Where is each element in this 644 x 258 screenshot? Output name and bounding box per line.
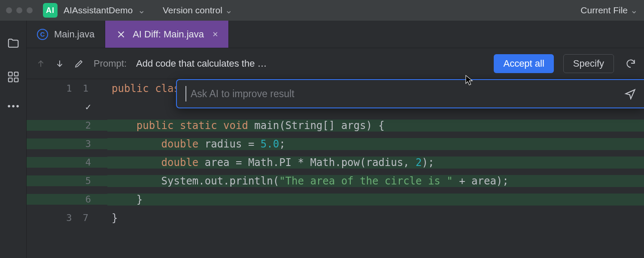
ai-improve-input[interactable] — [186, 88, 624, 100]
project-name-label: AIAssistantDemo — [64, 5, 133, 15]
editor-column: C Main.java AI Diff: Main.java × Pr — [27, 21, 644, 258]
chevron-down-icon: ⌄ — [630, 5, 638, 15]
ai-badge-icon: AI — [43, 3, 58, 18]
code-line[interactable]: 3 7 } — [27, 209, 644, 227]
prompt-text: Add code that calculates the … — [136, 58, 267, 69]
vcs-menu[interactable]: Version control ⌄ — [163, 5, 233, 15]
titlebar: AI AIAssistantDemo ⌄ Version control ⌄ C… — [0, 0, 644, 21]
project-dropdown[interactable]: AIAssistantDemo ⌄ — [64, 5, 146, 15]
tab-label: AI Diff: Main.java — [133, 29, 204, 40]
left-tool-rail — [0, 21, 27, 258]
regenerate-icon[interactable] — [625, 58, 636, 69]
tab-label: Main.java — [54, 29, 94, 40]
svg-rect-1 — [14, 72, 18, 76]
more-tool-icon[interactable] — [7, 104, 20, 108]
structure-tool-icon[interactable] — [7, 71, 20, 83]
gutter-line-number: 1 1 — [27, 83, 107, 94]
vcs-menu-label: Version control — [163, 5, 222, 15]
prompt-toolbar: Prompt: Add code that calculates the … A… — [27, 48, 644, 79]
code-line[interactable]: 5 System.out.println("The area of the ci… — [27, 172, 644, 190]
tab-ai-diff[interactable]: AI Diff: Main.java × — [105, 21, 229, 48]
close-tab-icon[interactable]: × — [213, 29, 218, 40]
java-class-icon: C — [37, 29, 48, 40]
accept-all-label: Accept all — [503, 58, 544, 69]
accept-change-icon[interactable]: ✓ — [85, 101, 91, 112]
diff-icon — [115, 29, 127, 40]
chevron-down-icon: ⌄ — [225, 5, 233, 15]
code-editor[interactable]: 1 1 public class Main { ✓ 2 public stati… — [27, 79, 644, 258]
maximize-window-icon[interactable] — [27, 7, 33, 13]
prompt-label: Prompt: — [94, 58, 127, 69]
titlebar-right: Current File ⌄ — [580, 5, 638, 15]
code-line[interactable]: 4 double area = Math.PI * Math.pow(radiu… — [27, 153, 644, 172]
svg-point-5 — [12, 105, 15, 108]
next-change-icon[interactable] — [55, 58, 64, 69]
ai-improve-popup — [176, 79, 644, 108]
editor-tabs: C Main.java AI Diff: Main.java × — [27, 21, 644, 48]
svg-point-6 — [16, 105, 19, 108]
scope-label: Current File — [580, 5, 628, 15]
svg-rect-3 — [14, 78, 18, 82]
svg-point-4 — [8, 105, 10, 108]
minimize-window-icon[interactable] — [16, 7, 22, 13]
edit-prompt-icon[interactable] — [74, 58, 84, 69]
close-window-icon[interactable] — [6, 7, 12, 13]
code-line[interactable]: 6 } — [27, 190, 644, 209]
send-icon[interactable] — [624, 88, 636, 100]
workarea: C Main.java AI Diff: Main.java × Pr — [0, 21, 644, 258]
accept-all-button[interactable]: Accept all — [494, 54, 553, 73]
svg-rect-0 — [8, 72, 12, 76]
tab-main-java[interactable]: C Main.java — [27, 21, 105, 48]
code-line[interactable]: 3 double radius = 5.0; — [27, 135, 644, 153]
specify-label: Specify — [573, 58, 604, 69]
prev-change-icon[interactable] — [36, 58, 46, 69]
code-line[interactable]: 2 public static void main(String[] args)… — [27, 116, 644, 135]
scope-dropdown[interactable]: Current File ⌄ — [580, 5, 638, 15]
svg-rect-2 — [8, 78, 12, 82]
project-tool-icon[interactable] — [7, 37, 20, 50]
specify-button[interactable]: Specify — [563, 54, 614, 73]
chevron-down-icon: ⌄ — [138, 5, 146, 15]
window-traffic-lights — [6, 7, 33, 13]
